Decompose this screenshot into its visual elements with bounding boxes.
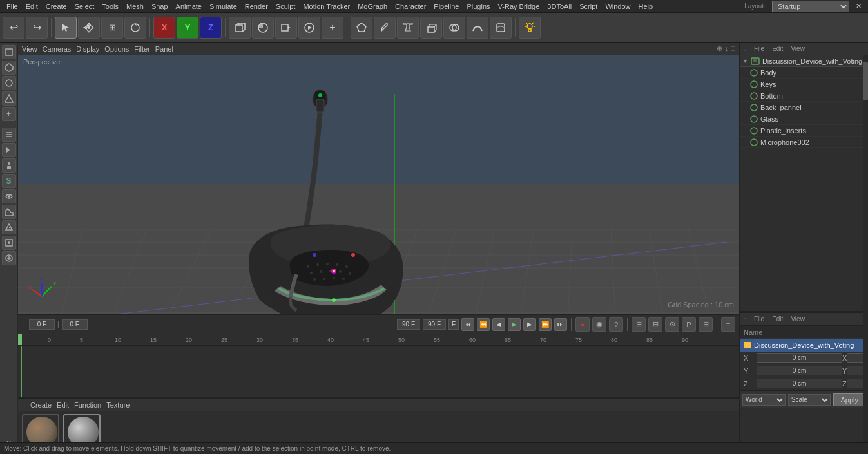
menu-snap[interactable]: Snap xyxy=(148,3,172,10)
object-item-plastic-inserts[interactable]: Plastic_inserts xyxy=(740,125,868,137)
viewport-tab-options[interactable]: Options xyxy=(104,45,129,53)
attr-y-pos-input[interactable] xyxy=(757,366,842,375)
menu-edit[interactable]: Edit xyxy=(22,3,42,10)
play-button[interactable]: ▶ xyxy=(508,318,521,331)
obj-panel-view[interactable]: View xyxy=(789,45,807,52)
attr-panel-edit[interactable]: Edit xyxy=(770,316,785,323)
obj-panel-scrollbar[interactable] xyxy=(863,55,868,454)
go-to-end-button[interactable]: ⏭ xyxy=(554,318,567,331)
material-tab-function[interactable]: Function xyxy=(74,401,101,409)
scale-tool-button[interactable]: ⊞ xyxy=(101,17,123,39)
y-axis-button[interactable]: Y xyxy=(177,17,198,39)
sidebar-btn-11[interactable] xyxy=(2,205,16,219)
frame-end-input[interactable] xyxy=(397,319,420,330)
light-tool-button[interactable] xyxy=(397,17,419,39)
menu-help[interactable]: Help xyxy=(635,3,657,10)
playback-button[interactable] xyxy=(298,17,320,39)
scale-system-select[interactable]: Scale Size xyxy=(788,394,831,406)
menu-pipeline[interactable]: Pipeline xyxy=(430,3,463,10)
menu-select[interactable]: Select xyxy=(71,3,99,10)
menu-window[interactable]: Window xyxy=(601,3,634,10)
attr-x-pos-input[interactable] xyxy=(757,353,842,363)
selected-object-row[interactable]: Discussion_Device_with_Voting xyxy=(740,339,868,352)
material-tab-texture[interactable]: Texture xyxy=(106,401,130,409)
attr-panel-view[interactable]: View xyxy=(789,316,807,323)
object-item-microphone002[interactable]: Microphone002 xyxy=(740,137,868,148)
menu-3dtoall[interactable]: 3DToAll xyxy=(543,3,575,10)
object-item-keys[interactable]: Keys xyxy=(740,79,868,90)
move-tool-button[interactable] xyxy=(78,17,100,39)
obj-panel-file[interactable]: File xyxy=(752,45,766,52)
record-button[interactable] xyxy=(275,17,297,39)
object-item-bottom[interactable]: Bottom xyxy=(740,90,868,102)
frame-start-input[interactable] xyxy=(29,319,55,330)
key-button[interactable]: ⊞ xyxy=(699,317,713,332)
attr-panel-file[interactable]: File xyxy=(752,316,766,323)
viewport-icon-3[interactable]: □ xyxy=(731,44,735,53)
menu-simulate[interactable]: Simulate xyxy=(206,3,241,10)
curve-tool-button[interactable] xyxy=(467,17,488,39)
object-item-back-pannel[interactable]: Back_pannel xyxy=(740,102,868,113)
obj-panel-scrollbar-thumb[interactable] xyxy=(863,62,868,100)
sidebar-btn-8[interactable] xyxy=(2,158,16,173)
object-item-body[interactable]: Body xyxy=(740,67,868,79)
obj-panel-edit[interactable]: Edit xyxy=(770,45,785,52)
light-bulb-button[interactable] xyxy=(519,17,541,39)
sidebar-btn-14[interactable] xyxy=(2,251,16,265)
snap-button[interactable]: ⊞ xyxy=(632,317,646,332)
record-mode-button[interactable]: ● xyxy=(575,317,590,332)
viewport-icon-2[interactable]: ↓ xyxy=(725,44,729,53)
pos-button[interactable]: P xyxy=(682,317,696,332)
prev-keyframe-button[interactable]: ⏪ xyxy=(477,318,490,331)
menu-file[interactable]: File xyxy=(3,3,22,10)
prev-frame-button[interactable]: ◀ xyxy=(492,318,505,331)
cube-tool-button[interactable] xyxy=(229,17,251,39)
viewport-tab-view[interactable]: View xyxy=(22,45,37,53)
menu-animate[interactable]: Animate xyxy=(172,3,206,10)
viewport-tab-cameras[interactable]: Cameras xyxy=(43,45,72,53)
sidebar-btn-2[interactable] xyxy=(2,61,16,75)
apply-button[interactable]: Apply xyxy=(833,393,865,406)
next-frame-button[interactable]: ▶ xyxy=(523,318,536,331)
menu-create[interactable]: Create xyxy=(42,3,71,10)
sidebar-btn-1[interactable] xyxy=(2,45,16,59)
auto-key-button[interactable]: ◉ xyxy=(592,317,606,332)
material-tab-edit[interactable]: Edit xyxy=(57,401,69,409)
timeline-content[interactable] xyxy=(18,346,739,397)
layout-dropdown[interactable]: Startup xyxy=(772,1,849,12)
timeline-list-button[interactable]: ≡ xyxy=(721,317,735,332)
menu-tools[interactable]: Tools xyxy=(98,3,122,10)
viewport[interactable]: Y X Z xyxy=(18,55,739,314)
sidebar-btn-4[interactable] xyxy=(2,91,16,106)
sidebar-btn-7[interactable] xyxy=(2,143,16,157)
frame-end2-input[interactable] xyxy=(423,319,446,330)
sidebar-btn-12[interactable] xyxy=(2,220,16,234)
coord-system-select[interactable]: World Object Local xyxy=(742,394,786,406)
attr-z-pos-input[interactable] xyxy=(757,379,842,388)
sphere-tool-button[interactable] xyxy=(252,17,274,39)
sidebar-btn-5[interactable]: + xyxy=(2,107,16,121)
menu-character[interactable]: Character xyxy=(391,3,430,10)
deform-tool-button[interactable] xyxy=(490,17,512,39)
object-root-item[interactable]: ▼ Discussion_Device_with_Voting xyxy=(740,55,868,67)
pen-tool-button[interactable] xyxy=(374,17,396,39)
object-item-glass[interactable]: Glass xyxy=(740,113,868,125)
sidebar-btn-13[interactable] xyxy=(2,236,16,250)
menu-vray-bridge[interactable]: V-Ray Bridge xyxy=(494,3,544,10)
current-frame-input[interactable] xyxy=(62,319,88,330)
undo-button[interactable]: ↩ xyxy=(3,17,24,39)
menu-mesh[interactable]: Mesh xyxy=(122,3,148,10)
viewport-tab-filter[interactable]: Filter xyxy=(134,45,149,53)
sidebar-btn-6[interactable] xyxy=(2,128,16,142)
x-axis-button[interactable]: X xyxy=(153,17,175,39)
add-tool-button[interactable]: + xyxy=(322,17,343,39)
go-to-start-button[interactable]: ⏮ xyxy=(461,318,474,331)
rotate-tool-button[interactable] xyxy=(124,17,146,39)
extrude-tool-button[interactable] xyxy=(420,17,442,39)
next-keyframe-button[interactable]: ⏩ xyxy=(539,318,552,331)
sidebar-btn-9[interactable]: S xyxy=(2,174,16,188)
menu-sculpt[interactable]: Sculpt xyxy=(272,3,300,10)
viewport-icon-1[interactable]: ⊕ xyxy=(717,44,722,53)
close-button[interactable]: ✕ xyxy=(852,2,865,10)
polygon-tool-button[interactable] xyxy=(351,17,372,39)
